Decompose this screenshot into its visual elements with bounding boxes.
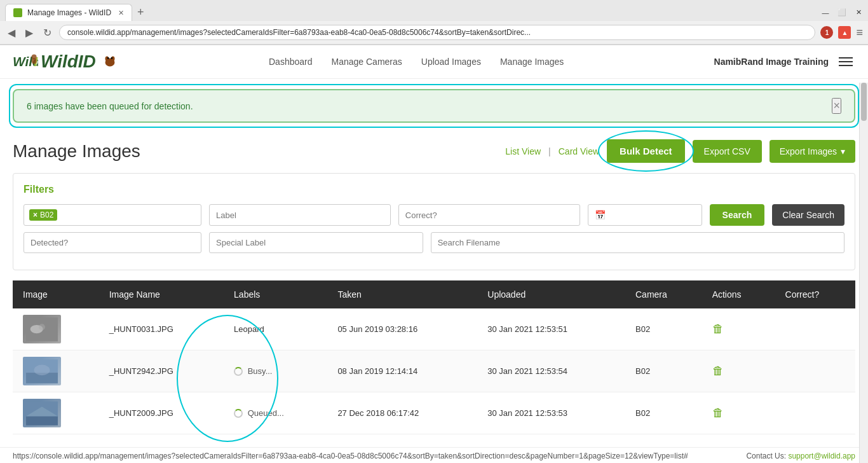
row-name-cell: _HUNT0031.JPG [99, 308, 224, 350]
camera-filter-input[interactable]: × B02 [24, 204, 201, 226]
footer-url: https://console.wildid.app/management/im… [13, 452, 688, 460]
active-tab[interactable]: Manage Images - WildID ✕ [5, 4, 132, 21]
nav-manage-cameras[interactable]: Manage Cameras [332, 57, 402, 67]
label-filter-input[interactable] [209, 204, 391, 226]
close-button[interactable]: ✕ [854, 8, 863, 17]
svg-point-8 [111, 57, 112, 59]
nav-manage-images[interactable]: Manage Images [500, 57, 564, 67]
row-uploaded-cell: 30 Jan 2021 12:53:54 [477, 350, 625, 392]
col-uploaded: Uploaded [477, 280, 625, 308]
tab-close-button[interactable]: ✕ [118, 9, 124, 17]
col-correct: Correct? [775, 280, 855, 308]
bulk-detect-button[interactable]: Bulk Detect [607, 139, 685, 163]
remove-tag-button[interactable]: × [33, 211, 37, 219]
footer: https://console.wildid.app/management/im… [0, 447, 868, 463]
table-container: Image Image Name Labels Taken Uploaded C… [13, 280, 855, 434]
app-header: Wild ID WildID Dashboard Manage Cameras … [0, 45, 868, 79]
card-view-link[interactable]: Card View [559, 146, 599, 156]
row-image-cell [13, 308, 99, 350]
filename-filter-input[interactable] [431, 232, 844, 253]
list-view-link[interactable]: List View [505, 146, 541, 156]
tab-bar: Manage Images - WildID ✕ + — ⬜ ✕ [0, 0, 868, 21]
logo-svg: Wild ID [13, 52, 38, 71]
row-taken-cell: 27 Dec 2018 06:17:42 [327, 392, 477, 434]
back-button[interactable]: ◀ [5, 25, 18, 40]
page-title: Manage Images [13, 141, 140, 162]
alert-text: 6 images have been queued for detection. [27, 101, 193, 111]
row-uploaded-cell: 30 Jan 2021 12:53:51 [477, 308, 625, 350]
minimize-button[interactable]: — [821, 8, 830, 17]
loading-spinner [234, 409, 243, 418]
row-correct-cell [775, 350, 855, 392]
contact-label: Contact Us: [746, 452, 786, 460]
alert-banner: 6 images have been queued for detection.… [13, 89, 855, 123]
alert-close-button[interactable]: × [832, 98, 841, 114]
detected-filter-input[interactable] [24, 232, 201, 253]
nav-upload-images[interactable]: Upload Images [421, 57, 481, 67]
special-label-filter-input[interactable] [209, 232, 423, 253]
export-csv-button[interactable]: Export CSV [693, 140, 762, 163]
images-table: Image Image Name Labels Taken Uploaded C… [13, 280, 855, 434]
camera-filter-tag: × B02 [29, 209, 57, 221]
search-button[interactable]: Search [710, 204, 765, 226]
image-thumbnail[interactable] [23, 357, 61, 385]
delete-button[interactable]: 🗑 [712, 406, 724, 419]
thumbnail-img-2 [26, 359, 58, 384]
dropdown-arrow-icon: ▾ [841, 146, 845, 156]
clear-search-button[interactable]: Clear Search [772, 204, 844, 226]
reload-button[interactable]: ↻ [41, 25, 54, 40]
image-thumbnail[interactable] [23, 399, 61, 427]
row-image-cell [13, 392, 99, 434]
delete-button[interactable]: 🗑 [712, 322, 724, 335]
address-input[interactable] [59, 25, 815, 40]
footer-contact: Contact Us: support@wildid.app [746, 452, 855, 460]
svg-point-11 [39, 324, 45, 330]
nav-dashboard[interactable]: Dashboard [269, 57, 313, 67]
browser-menu-button[interactable]: ≡ [856, 26, 863, 39]
col-camera: Camera [625, 280, 702, 308]
svg-point-3 [32, 58, 37, 64]
export-images-button[interactable]: Export Images ▾ [770, 140, 855, 163]
thumbnail-img-3 [26, 401, 58, 426]
browser-extensions: 1 ▲ ≡ [820, 26, 863, 39]
table-row: _HUNT2009.JPG Queued... 27 Dec 2018 06:1… [13, 392, 855, 434]
tab-title: Manage Images - WildID [27, 8, 111, 17]
row-actions-cell: 🗑 [702, 308, 775, 350]
scrollbar[interactable] [859, 83, 868, 463]
main-nav: Dashboard Manage Cameras Upload Images M… [269, 57, 564, 67]
extension-icon-1: 1 [820, 26, 833, 39]
export-images-label: Export Images [780, 146, 837, 156]
row-name-cell: _HUNT2009.JPG [99, 392, 224, 434]
row-labels-cell: Leopard [224, 308, 327, 350]
tab-favicon [13, 8, 22, 17]
hamburger-menu[interactable] [836, 55, 855, 69]
row-name-cell: _HUNT2942.JPG [99, 350, 224, 392]
bulk-detect-container: Bulk Detect [607, 139, 685, 163]
date-filter-input[interactable]: 📅 [588, 204, 702, 226]
table-body: _HUNT0031.JPG Leopard 05 Jun 2019 03:28:… [13, 308, 855, 434]
page-content: Manage Images List View | Card View Bulk… [0, 133, 868, 447]
filter-row-2 [24, 232, 844, 253]
row-camera-cell: B02 [625, 350, 702, 392]
image-thumbnail[interactable] [23, 315, 61, 343]
contact-email[interactable]: support@wildid.app [788, 452, 855, 460]
new-tab-button[interactable]: + [132, 6, 149, 19]
logo: Wild ID WildID [13, 52, 119, 72]
svg-point-14 [34, 364, 50, 375]
org-name: NamibRand Image Training [714, 57, 829, 67]
scrollbar-thumb[interactable] [861, 83, 867, 121]
col-taken: Taken [327, 280, 477, 308]
delete-button[interactable]: 🗑 [712, 364, 724, 377]
camera-filter-text-input[interactable] [60, 211, 196, 220]
row-correct-cell [775, 308, 855, 350]
col-actions: Actions [702, 280, 775, 308]
forward-button[interactable]: ▶ [23, 25, 36, 40]
table-row: _HUNT0031.JPG Leopard 05 Jun 2019 03:28:… [13, 308, 855, 350]
row-taken-cell: 08 Jan 2019 12:14:14 [327, 350, 477, 392]
correct-filter-input[interactable] [398, 204, 580, 226]
maximize-button[interactable]: ⬜ [837, 8, 846, 17]
row-correct-cell [775, 392, 855, 434]
view-controls: List View | Card View Bulk Detect Export… [505, 139, 855, 163]
view-separator: | [548, 146, 551, 156]
table-row: _HUNT2942.JPG Busy... 08 Jan 2019 12:14:… [13, 350, 855, 392]
